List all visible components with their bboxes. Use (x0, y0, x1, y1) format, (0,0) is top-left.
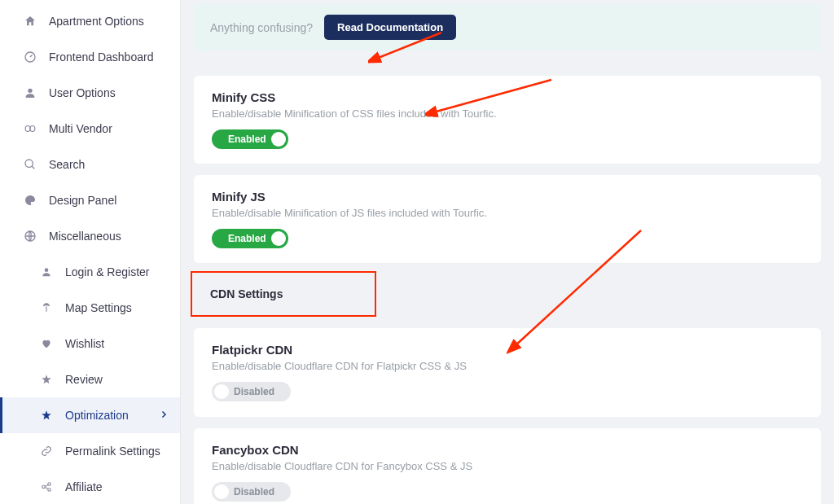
sidebar-item-label: Frontend Dashboard (49, 50, 153, 64)
svg-point-8 (42, 485, 46, 489)
svg-line-5 (32, 166, 34, 169)
main-panel: Anything confusing? Read Documentation M… (181, 0, 834, 504)
home-icon (23, 14, 37, 28)
svg-point-7 (45, 268, 49, 272)
sidebar-sub-optimization[interactable]: Optimization (0, 397, 180, 433)
star-icon (39, 372, 54, 387)
section-title: Minify CSS (212, 90, 803, 104)
svg-point-2 (25, 126, 30, 132)
svg-point-10 (48, 489, 51, 492)
section-desc: Enable/disable Cloudflare CDN for Fancyb… (212, 460, 803, 472)
heart-icon (39, 336, 54, 351)
sidebar-item-label: Wishlist (65, 337, 104, 350)
toggle-label: Enabled (223, 233, 271, 244)
sidebar-item-search[interactable]: Search (0, 147, 180, 182)
chevron-right-icon (159, 409, 169, 422)
svg-point-3 (30, 126, 35, 132)
sidebar-item-label: User Options (49, 86, 116, 99)
sidebar-item-miscellaneous[interactable]: Miscellaneous (0, 218, 180, 254)
info-text: Anything confusing? (210, 21, 313, 34)
sidebar-sub-wishlist[interactable]: Wishlist (0, 326, 180, 362)
sidebar-item-label: Review (65, 373, 103, 386)
search-icon (23, 157, 37, 172)
sidebar-sub-permalink-settings[interactable]: Permalink Settings (0, 433, 180, 469)
svg-point-4 (25, 160, 33, 167)
toggle-knob (271, 132, 286, 147)
toggle-label: Enabled (223, 134, 271, 145)
sidebar-item-label: Optimization (65, 409, 129, 422)
section-header-cdn: CDN Settings (191, 271, 376, 317)
sidebar-sub-affiliate[interactable]: Affiliate (0, 469, 180, 504)
sidebar-item-user-options[interactable]: User Options (0, 75, 180, 111)
sidebar-item-label: Miscellaneous (49, 230, 121, 243)
sidebar-item-label: Permalink Settings (65, 445, 160, 458)
toggle-knob (214, 384, 229, 399)
globe-icon (23, 229, 37, 243)
link-icon (39, 444, 54, 458)
toggle-minify-css[interactable]: Enabled (212, 129, 288, 149)
toggle-fancybox-cdn[interactable]: Disabled (212, 482, 291, 502)
section-flatpickr-cdn: Flatpickr CDN Enable/disable Cloudflare … (194, 328, 821, 417)
vendor-icon (23, 121, 37, 136)
section-minify-js: Minify JS Enable/disable Minification of… (194, 175, 821, 263)
toggle-flatpickr-cdn[interactable]: Disabled (212, 382, 291, 401)
toggle-label: Disabled (229, 486, 279, 497)
toggle-minify-js[interactable]: Enabled (212, 229, 288, 248)
sidebar-item-label: Multi Vendor (49, 122, 112, 135)
header-title: CDN Settings (210, 287, 357, 300)
sidebar-sub-review[interactable]: Review (0, 362, 180, 397)
section-desc: Enable/disable Minification of CSS files… (212, 107, 803, 120)
sidebar-item-label: Design Panel (49, 194, 116, 207)
section-desc: Enable/disable Minification of JS files … (212, 207, 803, 219)
star-filled-icon (39, 408, 54, 423)
toggle-label: Disabled (229, 386, 279, 397)
sidebar-sub-login-register[interactable]: Login & Register (0, 254, 180, 290)
user-icon (39, 265, 54, 279)
sidebar-item-design-panel[interactable]: Design Panel (0, 182, 180, 218)
info-bar: Anything confusing? Read Documentation (194, 3, 821, 51)
read-documentation-button[interactable]: Read Documentation (324, 15, 456, 40)
section-title: Minify JS (212, 190, 803, 204)
dashboard-icon (23, 50, 37, 64)
section-title: Flatpickr CDN (212, 343, 803, 357)
toggle-knob (214, 484, 229, 499)
user-icon (23, 85, 37, 100)
beach-icon (39, 300, 54, 315)
svg-point-1 (28, 89, 32, 93)
sidebar-item-frontend-dashboard[interactable]: Frontend Dashboard (0, 39, 180, 75)
sidebar-item-label: Affiliate (65, 480, 103, 493)
toggle-knob (271, 231, 286, 246)
affiliate-icon (39, 480, 54, 494)
section-desc: Enable/disable Cloudflare CDN for Flatpi… (212, 360, 803, 372)
section-minify-css: Minify CSS Enable/disable Minification o… (194, 76, 821, 164)
section-fancybox-cdn: Fancybox CDN Enable/disable Cloudflare C… (194, 428, 821, 504)
sidebar-item-apartment-options[interactable]: Apartment Options (0, 3, 180, 39)
palette-icon (23, 193, 37, 208)
svg-point-9 (48, 483, 51, 486)
sidebar-sub-map-settings[interactable]: Map Settings (0, 290, 180, 326)
sidebar-item-multi-vendor[interactable]: Multi Vendor (0, 111, 180, 147)
sidebar: Apartment Options Frontend Dashboard Use… (0, 0, 181, 504)
sidebar-item-label: Apartment Options (49, 15, 144, 28)
sidebar-item-label: Map Settings (65, 301, 132, 314)
section-title: Fancybox CDN (212, 443, 803, 457)
sidebar-item-label: Search (49, 158, 85, 171)
sidebar-item-label: Login & Register (65, 265, 150, 278)
